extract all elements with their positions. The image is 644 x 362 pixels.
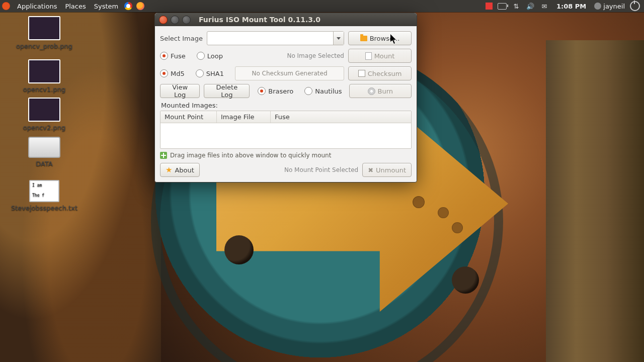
mounted-images-label: Mounted Images: (161, 102, 412, 109)
radio-fuse[interactable]: Fuse (160, 52, 186, 60)
column-fuse[interactable]: Fuse (271, 111, 411, 123)
window-minimize-icon[interactable] (171, 16, 179, 24)
mail-indicator-icon[interactable]: ✉ (540, 2, 549, 11)
desktop-icon-label: Stevejobsspeech.txt (9, 204, 79, 212)
mount-button[interactable]: Mount (348, 49, 412, 63)
desktop-icon-drive[interactable]: DATA (14, 137, 74, 168)
radio-label: SHA1 (206, 70, 224, 77)
desktop-icon[interactable]: opencv_prob.png (14, 16, 74, 50)
column-mount-point[interactable]: Mount Point (160, 111, 217, 123)
firefox-launcher-icon[interactable] (136, 2, 144, 10)
menu-system[interactable]: System (90, 3, 122, 10)
select-image-label: Select Image (160, 35, 203, 42)
window-close-icon[interactable] (159, 16, 168, 24)
browse-button[interactable]: Browse... (348, 31, 412, 45)
sound-indicator-icon[interactable]: 🔊 (526, 2, 535, 11)
gnome-panel: Applications Places System ⇅ 🔊 ✉ 1:08 PM… (0, 0, 644, 12)
desktop-icon[interactable]: opencv2.png (14, 98, 74, 132)
radio-sha1[interactable]: SHA1 (196, 69, 224, 77)
window-maximize-icon[interactable] (182, 16, 191, 24)
about-button[interactable]: ★ About (160, 163, 200, 177)
drag-hint-text: Drag image files into above window to qu… (170, 152, 331, 159)
browse-button-label: Browse... (370, 35, 400, 42)
menu-applications[interactable]: Applications (13, 3, 61, 10)
column-image-file[interactable]: Image File (217, 111, 271, 123)
radio-nautilus[interactable]: Nautilus (304, 87, 342, 95)
disc-icon (368, 87, 375, 95)
star-icon: ★ (166, 165, 172, 174)
ubuntu-logo-icon[interactable] (2, 2, 10, 10)
checksum-output: No Checksum Generated (235, 66, 344, 80)
radio-loop[interactable]: Loop (197, 52, 223, 60)
clock[interactable]: 1:08 PM (556, 3, 586, 10)
battery-indicator-icon[interactable] (498, 2, 507, 11)
image-path-dropdown[interactable] (333, 32, 344, 45)
radio-label: Md5 (171, 70, 185, 77)
checksum-icon (358, 70, 365, 77)
unmount-button[interactable]: ✖ Unmount (362, 163, 412, 177)
app-window: Furius ISO Mount Tool 0.11.3.0 Select Im… (154, 13, 417, 183)
drag-hint: Drag image files into above window to qu… (160, 152, 412, 159)
image-thumbnail-icon (28, 98, 60, 122)
desktop-icon-text[interactable]: I am The f Stevejobsspeech.txt (9, 180, 79, 212)
power-icon[interactable] (630, 1, 640, 11)
chevron-down-icon (337, 37, 341, 40)
radio-label: Brasero (268, 87, 293, 95)
image-status: No Image Selected (287, 52, 344, 59)
chrome-launcher-icon[interactable] (124, 2, 132, 10)
radio-label: Nautilus (315, 87, 342, 95)
checksum-button-label: Checksum (368, 70, 402, 77)
burn-button-label: Burn (378, 87, 393, 95)
window-title: Furius ISO Mount Tool 0.11.3.0 (199, 16, 320, 24)
close-icon: ✖ (368, 166, 373, 174)
radio-md5[interactable]: Md5 (160, 69, 185, 77)
about-button-label: About (175, 166, 194, 174)
radio-brasero[interactable]: Brasero (258, 87, 293, 95)
network-indicator-icon[interactable]: ⇅ (512, 2, 521, 11)
image-thumbnail-icon (28, 59, 60, 83)
checksum-button[interactable]: Checksum (348, 66, 412, 80)
desktop-icon[interactable]: opencv1.png (14, 59, 74, 94)
image-thumbnail-icon (28, 16, 60, 40)
menu-places[interactable]: Places (61, 3, 90, 10)
burn-button[interactable]: Burn (349, 84, 412, 98)
mount-icon (365, 52, 372, 60)
text-file-icon: I am The f (29, 180, 59, 202)
drive-icon (28, 137, 60, 158)
view-log-button[interactable]: View Log (160, 84, 200, 98)
window-titlebar[interactable]: Furius ISO Mount Tool 0.11.3.0 (155, 13, 417, 26)
username-label: jayneil (603, 3, 625, 10)
delete-log-button[interactable]: Delete Log (204, 84, 250, 98)
image-path-input[interactable] (207, 32, 333, 45)
plus-icon (160, 152, 167, 159)
table-header: Mount Point Image File Fuse (160, 111, 411, 123)
desktop-icon-label: opencv1.png (14, 85, 74, 94)
user-avatar-icon (594, 3, 601, 10)
radio-label: Fuse (171, 52, 186, 60)
desktop-icon-label: DATA (14, 160, 74, 168)
indicator-recording-icon[interactable] (486, 3, 493, 10)
desktop-icon-label: opencv2.png (14, 124, 74, 132)
desktop-icon-label: opencv_prob.png (14, 42, 74, 50)
mount-button-label: Mount (374, 52, 395, 60)
folder-icon (360, 36, 367, 41)
unmount-button-label: Unmount (376, 166, 406, 174)
mount-point-status: No Mount Point Selected (204, 166, 358, 173)
mounted-images-table[interactable]: Mount Point Image File Fuse (160, 111, 412, 149)
image-path-combo[interactable] (207, 31, 344, 45)
user-menu[interactable]: jayneil (594, 3, 625, 10)
radio-label: Loop (207, 52, 223, 60)
